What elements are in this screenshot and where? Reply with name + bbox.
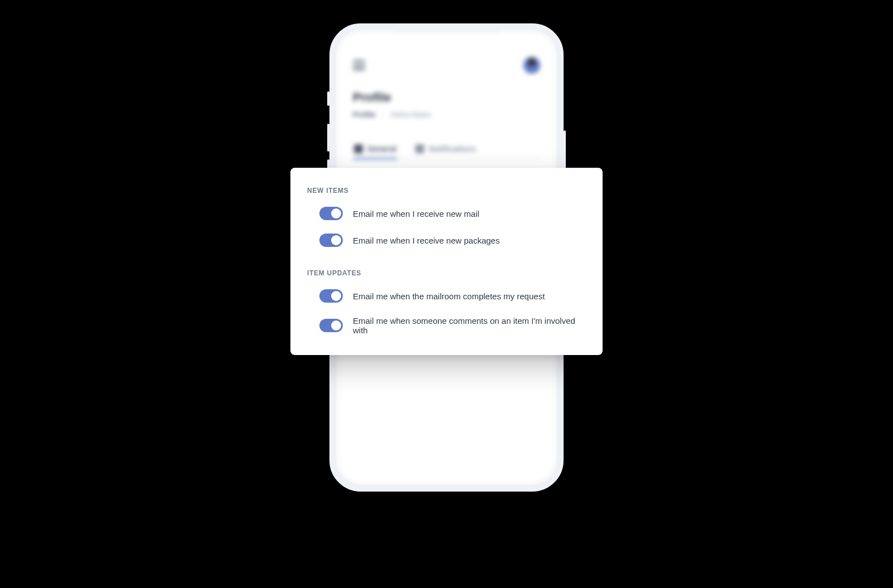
section-title: ITEM UPDATES — [307, 269, 586, 277]
user-icon — [354, 144, 363, 153]
breadcrumb: Profile › Debra Bates — [353, 110, 540, 119]
toggle-new-packages[interactable] — [319, 234, 343, 247]
section-title: NEW ITEMS — [307, 187, 586, 195]
toggle-row-new-mail: Email me when I receive new mail — [307, 207, 586, 220]
section-new-items: NEW ITEMS Email me when I receive new ma… — [307, 187, 586, 247]
toggle-comments[interactable] — [319, 319, 343, 332]
phone-side-button — [564, 130, 566, 173]
toggle-label: Email me when I receive new packages — [353, 236, 499, 245]
toggle-label: Email me when the mailroom completes my … — [353, 291, 545, 301]
page-title: Profile — [353, 90, 540, 105]
toggle-label: Email me when I receive new mail — [353, 209, 479, 218]
chevron-right-icon: › — [382, 110, 384, 119]
toggle-row-new-packages: Email me when I receive new packages — [307, 234, 586, 247]
tab-notifications[interactable]: Notifications — [414, 139, 477, 159]
tab-general[interactable]: General — [353, 139, 397, 159]
section-item-updates: ITEM UPDATES Email me when the mailroom … — [307, 269, 586, 335]
breadcrumb-root[interactable]: Profile — [353, 110, 375, 119]
toggle-row-mailroom-complete: Email me when the mailroom completes my … — [307, 289, 586, 303]
phone-side-button — [327, 91, 329, 106]
bell-icon — [415, 144, 424, 153]
avatar[interactable] — [523, 57, 540, 74]
tab-label: Notifications — [429, 144, 476, 153]
breadcrumb-current: Debra Bates — [391, 110, 431, 119]
notification-settings-card: NEW ITEMS Email me when I receive new ma… — [290, 168, 603, 355]
toggle-label: Email me when someone comments on an ite… — [353, 316, 586, 335]
toggle-mailroom-complete[interactable] — [319, 289, 343, 303]
tab-label: General — [367, 144, 396, 153]
phone-header — [353, 57, 540, 74]
toggle-row-comments: Email me when someone comments on an ite… — [307, 316, 586, 335]
toggle-new-mail[interactable] — [319, 207, 343, 220]
hamburger-icon[interactable] — [353, 60, 365, 70]
tabs: General Notifications — [353, 139, 540, 159]
phone-side-button — [327, 124, 329, 152]
